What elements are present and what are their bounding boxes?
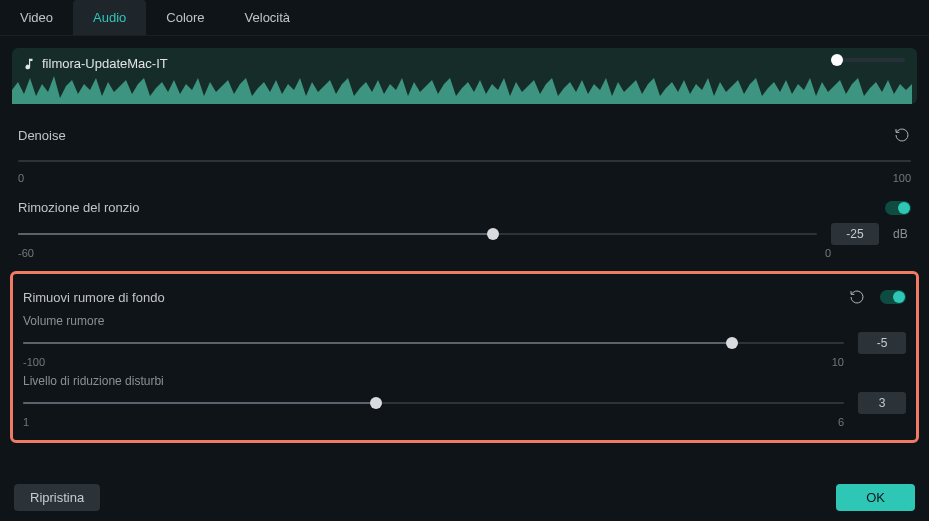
music-note-icon [22,57,36,71]
clip-name: filmora-UpdateMac-IT [42,56,168,71]
tab-audio[interactable]: Audio [73,0,146,35]
reset-icon[interactable] [893,126,911,144]
denoise-slider[interactable] [18,152,911,170]
denoise-title: Denoise [18,128,66,143]
reset-icon[interactable] [848,288,866,306]
tab-speed[interactable]: Velocità [225,0,311,35]
section-bg-noise-highlight: Rimuovi rumore di fondo Volume rumore [10,271,919,443]
bgnoise-lvl-max: 6 [838,416,844,428]
section-denoise: Denoise 0 100 [12,122,917,184]
bgnoise-vol-min: -100 [23,356,45,368]
hum-unit: dB [893,227,911,241]
hum-slider[interactable] [18,225,817,243]
hum-value[interactable]: -25 [831,223,879,245]
bgnoise-vol-label: Volume rumore [23,314,906,328]
bgnoise-vol-max: 10 [832,356,844,368]
bgnoise-lvl-label: Livello di riduzione disturbi [23,374,906,388]
tab-bar: Video Audio Colore Velocità [0,0,929,36]
footer: Ripristina OK [0,476,929,521]
tab-color[interactable]: Colore [146,0,224,35]
waveform-graphic [12,70,912,104]
reset-button[interactable]: Ripristina [14,484,100,511]
denoise-max: 100 [893,172,911,184]
section-hum-removal: Rimozione del ronzio -25 dB -60 [12,196,917,259]
bgnoise-lvl-value[interactable]: 3 [858,392,906,414]
bgnoise-vol-value[interactable]: -5 [858,332,906,354]
hum-max: 0 [825,247,831,259]
bgnoise-toggle[interactable] [880,290,906,304]
waveform-preview[interactable]: filmora-UpdateMac-IT [12,48,917,104]
bgnoise-title: Rimuovi rumore di fondo [23,290,165,305]
hum-title: Rimozione del ronzio [18,200,139,215]
hum-min: -60 [18,247,34,259]
hum-toggle[interactable] [885,201,911,215]
bgnoise-lvl-slider[interactable] [23,394,844,412]
denoise-min: 0 [18,172,24,184]
ok-button[interactable]: OK [836,484,915,511]
bgnoise-vol-slider[interactable] [23,334,844,352]
bgnoise-lvl-min: 1 [23,416,29,428]
tab-video[interactable]: Video [0,0,73,35]
